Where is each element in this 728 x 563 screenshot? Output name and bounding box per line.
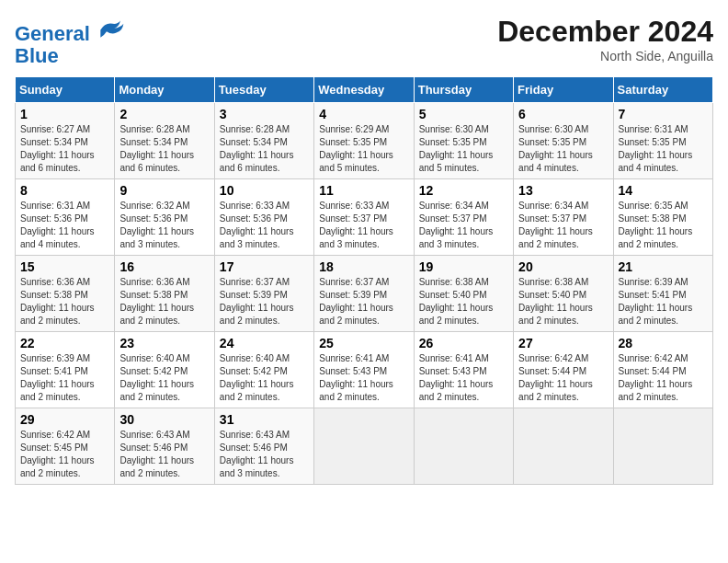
main-title: December 2024 xyxy=(497,15,713,49)
cell-row1-col1: 9 Sunrise: 6:32 AM Sunset: 5:36 PM Dayli… xyxy=(115,179,214,256)
calendar-row-4: 29 Sunrise: 6:42 AM Sunset: 5:45 PM Dayl… xyxy=(16,408,713,485)
cell-row0-col3: 4 Sunrise: 6:29 AM Sunset: 5:35 PM Dayli… xyxy=(314,103,414,179)
cell-row3-col5: 27 Sunrise: 6:42 AM Sunset: 5:44 PM Dayl… xyxy=(514,332,613,408)
cell-row4-col2: 31 Sunrise: 6:43 AM Sunset: 5:46 PM Dayl… xyxy=(214,408,313,485)
cell-row3-col3: 25 Sunrise: 6:41 AM Sunset: 5:43 PM Dayl… xyxy=(314,332,414,408)
header-monday: Monday xyxy=(115,77,214,103)
calendar-table: Sunday Monday Tuesday Wednesday Thursday… xyxy=(15,76,713,485)
cell-row3-col4: 26 Sunrise: 6:41 AM Sunset: 5:43 PM Dayl… xyxy=(414,332,513,408)
cell-row3-col2: 24 Sunrise: 6:40 AM Sunset: 5:42 PM Dayl… xyxy=(214,332,313,408)
header-saturday: Saturday xyxy=(613,77,712,103)
cell-row2-col5: 20 Sunrise: 6:38 AM Sunset: 5:40 PM Dayl… xyxy=(514,256,613,332)
cell-dec-1: 1 Sunrise: 6:27 AM Sunset: 5:34 PM Dayli… xyxy=(16,103,115,179)
logo-text: General Blue xyxy=(15,15,125,67)
cell-row1-col3: 11 Sunrise: 6:33 AM Sunset: 5:37 PM Dayl… xyxy=(314,179,414,256)
cell-row4-col1: 30 Sunrise: 6:43 AM Sunset: 5:46 PM Dayl… xyxy=(115,408,214,485)
cell-row0-col4: 5 Sunrise: 6:30 AM Sunset: 5:35 PM Dayli… xyxy=(414,103,513,179)
header-tuesday: Tuesday xyxy=(214,77,313,103)
cell-row0-col2: 3 Sunrise: 6:28 AM Sunset: 5:34 PM Dayli… xyxy=(214,103,313,179)
cell-row2-col3: 18 Sunrise: 6:37 AM Sunset: 5:39 PM Dayl… xyxy=(314,256,414,332)
cell-row0-col5: 6 Sunrise: 6:30 AM Sunset: 5:35 PM Dayli… xyxy=(514,103,613,179)
cell-row0-col1: 2 Sunrise: 6:28 AM Sunset: 5:34 PM Dayli… xyxy=(115,103,214,179)
cell-row1-col2: 10 Sunrise: 6:33 AM Sunset: 5:36 PM Dayl… xyxy=(214,179,313,256)
cell-row0-col6: 7 Sunrise: 6:31 AM Sunset: 5:35 PM Dayli… xyxy=(613,103,712,179)
cell-row4-col4 xyxy=(414,408,513,485)
cell-row2-col0: 15 Sunrise: 6:36 AM Sunset: 5:38 PM Dayl… xyxy=(16,256,115,332)
header-friday: Friday xyxy=(514,77,613,103)
cell-row4-col6 xyxy=(613,408,712,485)
cell-row3-col0: 22 Sunrise: 6:39 AM Sunset: 5:41 PM Dayl… xyxy=(16,332,115,408)
cell-row1-col4: 12 Sunrise: 6:34 AM Sunset: 5:37 PM Dayl… xyxy=(414,179,513,256)
logo: General Blue xyxy=(15,15,125,67)
cell-row4-col3 xyxy=(314,408,414,485)
cell-row2-col2: 17 Sunrise: 6:37 AM Sunset: 5:39 PM Dayl… xyxy=(214,256,313,332)
calendar-row-3: 22 Sunrise: 6:39 AM Sunset: 5:41 PM Dayl… xyxy=(16,332,713,408)
calendar-row-2: 15 Sunrise: 6:36 AM Sunset: 5:38 PM Dayl… xyxy=(16,256,713,332)
cell-row1-col5: 13 Sunrise: 6:34 AM Sunset: 5:37 PM Dayl… xyxy=(514,179,613,256)
cell-row2-col1: 16 Sunrise: 6:36 AM Sunset: 5:38 PM Dayl… xyxy=(115,256,214,332)
cell-row2-col6: 21 Sunrise: 6:39 AM Sunset: 5:41 PM Dayl… xyxy=(613,256,712,332)
cell-row4-col5 xyxy=(514,408,613,485)
header-sunday: Sunday xyxy=(16,77,115,103)
cell-row3-col1: 23 Sunrise: 6:40 AM Sunset: 5:42 PM Dayl… xyxy=(115,332,214,408)
cell-row4-col0: 29 Sunrise: 6:42 AM Sunset: 5:45 PM Dayl… xyxy=(16,408,115,485)
header-wednesday: Wednesday xyxy=(314,77,414,103)
title-section: December 2024 North Side, Anguilla xyxy=(497,15,713,63)
subtitle: North Side, Anguilla xyxy=(497,49,713,63)
calendar-row-0: 1 Sunrise: 6:27 AM Sunset: 5:34 PM Dayli… xyxy=(16,103,713,179)
cell-row2-col4: 19 Sunrise: 6:38 AM Sunset: 5:40 PM Dayl… xyxy=(414,256,513,332)
cell-row1-col6: 14 Sunrise: 6:35 AM Sunset: 5:38 PM Dayl… xyxy=(613,179,712,256)
cell-row1-col0: 8 Sunrise: 6:31 AM Sunset: 5:36 PM Dayli… xyxy=(16,179,115,256)
cell-row3-col6: 28 Sunrise: 6:42 AM Sunset: 5:44 PM Dayl… xyxy=(613,332,712,408)
calendar-row-1: 8 Sunrise: 6:31 AM Sunset: 5:36 PM Dayli… xyxy=(16,179,713,256)
page-header: General Blue December 2024 North Side, A… xyxy=(15,15,713,67)
header-thursday: Thursday xyxy=(414,77,513,103)
calendar-header-row: Sunday Monday Tuesday Wednesday Thursday… xyxy=(16,77,713,103)
logo-bird-icon xyxy=(97,15,125,40)
